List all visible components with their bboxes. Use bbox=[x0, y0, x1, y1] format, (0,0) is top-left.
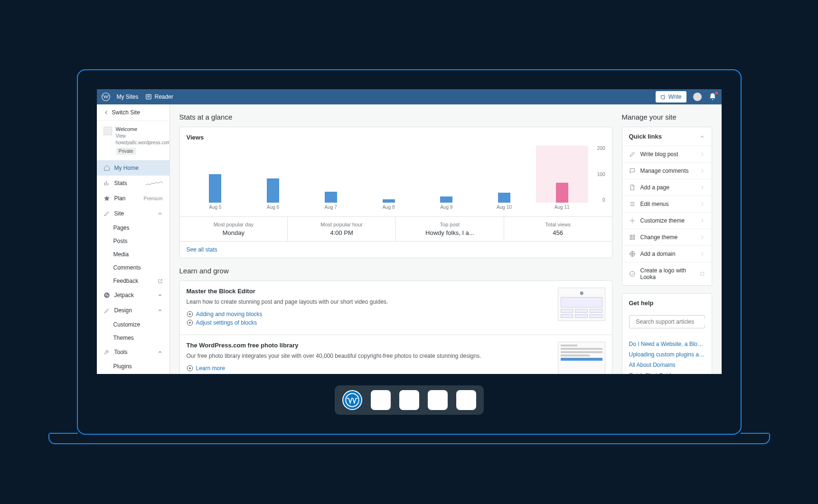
dock-app-2[interactable] bbox=[399, 390, 419, 410]
sidebar-item-jetpack[interactable]: Jetpack bbox=[97, 288, 169, 303]
chart-bar[interactable] bbox=[536, 146, 588, 203]
quick-link-menu[interactable]: Edit menus bbox=[622, 196, 712, 212]
plan-tag: Premium bbox=[143, 196, 162, 201]
reader-icon bbox=[145, 93, 152, 100]
sidebar-item-site[interactable]: Site bbox=[97, 206, 169, 221]
stat-value: 456 bbox=[506, 229, 610, 236]
help-article-link[interactable]: Quick-Start Guide bbox=[629, 370, 705, 374]
stat-cell: Most popular hour4:00 PM bbox=[288, 217, 396, 241]
quick-link-label: Create a logo with Looka bbox=[640, 267, 696, 280]
quick-link-pencil[interactable]: Write blog post bbox=[622, 146, 712, 162]
edit-icon bbox=[660, 94, 666, 100]
pencil-icon bbox=[629, 151, 636, 158]
help-article-link[interactable]: All About Domains bbox=[629, 360, 705, 370]
avatar[interactable] bbox=[693, 93, 702, 101]
sidebar-item-plan[interactable]: Plan Premium bbox=[97, 191, 169, 206]
dock-app-4[interactable] bbox=[456, 390, 476, 410]
brush-icon bbox=[103, 307, 110, 314]
my-sites-link[interactable]: My Sites bbox=[117, 93, 139, 100]
chart-x-label: Aug 10 bbox=[478, 205, 530, 210]
chart-bar[interactable] bbox=[189, 174, 242, 203]
laptop-screen: My Sites Reader Write bbox=[77, 69, 742, 435]
quick-link-grid[interactable]: Change theme bbox=[622, 229, 712, 245]
stats-icon bbox=[103, 180, 110, 187]
chart-bar[interactable] bbox=[478, 193, 530, 203]
learn-link[interactable]: Adjust settings of blocks bbox=[187, 319, 551, 326]
help-article-link[interactable]: Uploading custom plugins and them... bbox=[629, 349, 705, 360]
globe-icon bbox=[629, 251, 636, 257]
quick-link-label: Change theme bbox=[640, 234, 678, 241]
quick-link-looka[interactable]: Create a logo with Looka bbox=[622, 262, 712, 285]
chevron-right-icon bbox=[699, 201, 705, 207]
dock bbox=[97, 385, 722, 415]
chart-x-label: Aug 7 bbox=[305, 205, 357, 210]
sidebar-item-tools[interactable]: Tools bbox=[97, 345, 169, 360]
sidebar-item-design[interactable]: Design bbox=[97, 303, 169, 318]
sidebar-sub-comments[interactable]: Comments bbox=[97, 261, 169, 274]
sidebar-sub-import[interactable]: Import bbox=[97, 373, 169, 374]
search-input-field[interactable] bbox=[636, 318, 707, 325]
stat-label: Total views bbox=[506, 222, 610, 227]
switch-site-button[interactable]: Switch Site bbox=[97, 104, 169, 121]
help-article-link[interactable]: Do I Need a Website, a Blog, or a W... bbox=[629, 339, 705, 349]
sidebar-item-my-home[interactable]: My Home bbox=[97, 160, 169, 176]
learn-card: Master the Block EditorLearn how to crea… bbox=[179, 280, 612, 374]
reader-label: Reader bbox=[155, 93, 173, 100]
sidebar-sub-feedback[interactable]: Feedback bbox=[97, 274, 169, 288]
quick-link-label: Manage comments bbox=[640, 168, 689, 174]
quick-link-globe[interactable]: Add a domain bbox=[622, 245, 712, 262]
main-content: Stats at a glance Views Aug 5Aug 6Aug 7A… bbox=[170, 104, 722, 374]
quick-link-label: Add a domain bbox=[640, 251, 676, 257]
notifications-button[interactable] bbox=[708, 93, 717, 101]
sidebar-sub-media[interactable]: Media bbox=[97, 248, 169, 261]
external-link-icon bbox=[158, 279, 163, 284]
quick-link-comment[interactable]: Manage comments bbox=[622, 162, 712, 179]
stat-value: Howdy folks, I a... bbox=[398, 229, 502, 236]
chart-x-label: Aug 5 bbox=[189, 205, 242, 210]
quick-links-header[interactable]: Quick links bbox=[622, 127, 712, 146]
chart-x-label: Aug 8 bbox=[363, 205, 415, 210]
svg-point-15 bbox=[630, 271, 635, 277]
sidebar-sub-customize[interactable]: Customize bbox=[97, 318, 169, 331]
learn-desc: Our free photo library integrates your s… bbox=[187, 352, 551, 360]
dock-app-3[interactable] bbox=[428, 390, 448, 410]
learn-link[interactable]: Adding and moving blocks bbox=[187, 311, 551, 317]
customize-icon bbox=[629, 217, 636, 224]
dock-app-1[interactable] bbox=[371, 390, 391, 410]
learn-title: The WordPress.com free photo library bbox=[187, 342, 551, 349]
chart-bar[interactable] bbox=[247, 178, 299, 203]
learn-link[interactable]: Learn more bbox=[187, 365, 551, 372]
get-help-panel: Get help Do I Need a Website, a Blog, or… bbox=[622, 293, 712, 374]
chart-bar[interactable] bbox=[305, 192, 357, 203]
chart-bar[interactable] bbox=[420, 196, 472, 203]
see-all-stats-link[interactable]: See all stats bbox=[180, 241, 612, 258]
site-thumbnail bbox=[103, 127, 112, 135]
sidebar-sub-posts[interactable]: Posts bbox=[97, 234, 169, 248]
sidebar-sub-plugins[interactable]: Plugins bbox=[97, 360, 169, 373]
menu-icon bbox=[629, 201, 636, 207]
views-title: Views bbox=[187, 134, 605, 141]
write-button[interactable]: Write bbox=[656, 91, 686, 103]
reader-link[interactable]: Reader bbox=[145, 93, 173, 100]
quick-link-page[interactable]: Add a page bbox=[622, 179, 712, 196]
search-support-input[interactable] bbox=[629, 315, 705, 328]
svg-point-19 bbox=[346, 393, 359, 407]
laptop-base bbox=[48, 434, 770, 444]
sidebar-sub-pages[interactable]: Pages bbox=[97, 221, 169, 234]
stat-label: Most popular hour bbox=[290, 222, 394, 227]
nav-label: My Home bbox=[114, 165, 139, 171]
site-info[interactable]: Welcome View howdya8c.wordpress.com Priv… bbox=[97, 121, 169, 160]
sidebar-item-stats[interactable]: Stats bbox=[97, 176, 169, 191]
learn-item: Master the Block EditorLearn how to crea… bbox=[180, 281, 612, 335]
quick-link-customize[interactable]: Customize theme bbox=[622, 212, 712, 229]
learn-title: Master the Block Editor bbox=[187, 288, 551, 295]
dock-wordpress-icon[interactable] bbox=[342, 390, 362, 410]
chart-x-label: Aug 6 bbox=[247, 205, 299, 210]
quick-link-label: Add a page bbox=[640, 184, 669, 191]
sidebar-sub-themes[interactable]: Themes bbox=[97, 331, 169, 345]
svg-rect-13 bbox=[633, 238, 635, 240]
views-card: Views Aug 5Aug 6Aug 7Aug 8Aug 9Aug 10Aug… bbox=[179, 127, 612, 258]
chart-bar[interactable] bbox=[363, 199, 415, 203]
learn-item: The WordPress.com free photo libraryOur … bbox=[180, 335, 612, 374]
page-icon bbox=[629, 184, 636, 191]
